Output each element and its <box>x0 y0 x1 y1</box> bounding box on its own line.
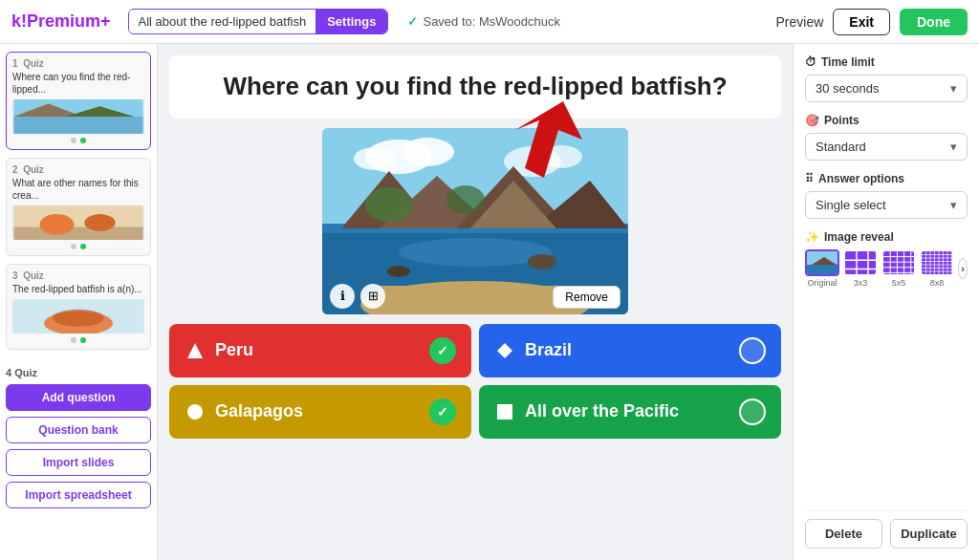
right-panel: ⏱ Time limit 30 seconds ▾ 🎯 Points Stand… <box>793 44 979 560</box>
svg-point-10 <box>53 310 104 327</box>
answer-options-value: Single select <box>816 198 886 212</box>
answer-pacific[interactable]: All over the Pacific <box>479 385 781 439</box>
answer-pacific-label: All over the Pacific <box>525 401 679 421</box>
dot-4 <box>80 244 86 249</box>
preview-button[interactable]: Preview <box>776 14 824 30</box>
done-button[interactable]: Done <box>900 9 968 35</box>
clock-icon: ⏱ <box>805 55 816 69</box>
logo: k!Premium+ <box>11 11 111 32</box>
time-limit-select[interactable]: 30 seconds ▾ <box>805 75 968 102</box>
answer-pacific-left: All over the Pacific <box>494 401 679 422</box>
add-question-button[interactable]: Add question <box>6 384 151 411</box>
add-section-label: 4 Quiz <box>6 367 151 378</box>
answers-grid: Peru ✓ Brazil <box>169 324 781 439</box>
answer-galapagos-label: Galapagos <box>215 401 303 421</box>
peru-check: ✓ <box>429 337 456 364</box>
remove-image-button[interactable]: Remove <box>553 286 620 309</box>
time-limit-value: 30 seconds <box>816 81 880 96</box>
time-limit-label: ⏱ Time limit <box>805 55 968 69</box>
svg-point-30 <box>528 254 556 269</box>
main-layout: 1 Quiz Where can you find the red-lipped… <box>0 44 979 560</box>
answer-options-select[interactable]: Single select ▾ <box>805 191 968 219</box>
delete-button[interactable]: Delete <box>805 519 882 549</box>
reveal-5x5-label: 5x5 <box>892 278 906 288</box>
content-area: Where can you find the red-lipped batfis… <box>158 44 793 560</box>
svg-rect-21 <box>380 286 571 314</box>
points-icon: 🎯 <box>805 114 819 127</box>
settings-button[interactable]: Settings <box>315 10 387 33</box>
answer-options-section: ⠿ Answer options Single select ▾ <box>805 172 968 219</box>
reveal-original[interactable]: Original <box>805 249 839 288</box>
sidebar-item-2[interactable]: 2 Quiz What are other names for this cre… <box>6 158 151 256</box>
reveal-8x8[interactable]: 8x8 <box>920 249 954 288</box>
image-reveal-section: ✨ Image reveal Original <box>805 230 968 288</box>
svg-marker-33 <box>497 343 512 358</box>
duplicate-button[interactable]: Duplicate <box>890 519 968 549</box>
grid-icon: ⠿ <box>805 172 814 185</box>
reveal-8x8-label: 8x8 <box>930 278 945 288</box>
answer-peru[interactable]: Peru ✓ <box>169 324 471 377</box>
svg-point-15 <box>354 147 396 170</box>
title-bar: All about the red-lipped batfish Setting… <box>128 9 389 34</box>
dot-2 <box>80 138 86 143</box>
svg-point-6 <box>40 214 75 235</box>
points-section: 🎯 Points Standard ▾ <box>805 114 968 161</box>
import-spreadsheet-button[interactable]: Import spreadsheet <box>6 482 151 508</box>
dot-3 <box>71 244 76 249</box>
chevron-down-icon-2: ▾ <box>950 140 957 154</box>
exit-button[interactable]: Exit <box>833 9 890 35</box>
square-icon <box>494 401 515 422</box>
image-info-button[interactable]: ℹ <box>330 284 355 309</box>
quiz-item-1-thumb <box>12 99 144 134</box>
sidebar-item-1[interactable]: 1 Quiz Where can you find the red-lipped… <box>6 52 151 150</box>
svg-point-34 <box>187 404 203 420</box>
reveal-original-label: Original <box>807 278 837 288</box>
reveal-5x5[interactable]: 5x5 <box>881 249 916 288</box>
svg-point-7 <box>84 214 115 231</box>
triangle-icon <box>185 340 206 361</box>
quiz-item-1-label: 1 Quiz <box>12 58 144 69</box>
svg-rect-1 <box>14 117 143 134</box>
saved-indicator: ✓ Saved to: MsWoodchuck <box>407 14 560 29</box>
check-icon: ✓ <box>407 14 418 29</box>
answer-galapagos[interactable]: Galapagos ✓ <box>169 385 471 439</box>
checkmark-icon: ✓ <box>437 343 448 358</box>
answer-peru-left: Peru <box>185 340 253 361</box>
question-image: ℹ ⊞ Remove <box>322 128 628 314</box>
import-slides-button[interactable]: Import slides <box>6 449 151 476</box>
sidebar-bottom: 4 Quiz Add question Question bank Import… <box>6 357 151 514</box>
question-bank-button[interactable]: Question bank <box>6 417 151 443</box>
image-reveal-row: Original 3x3 <box>805 249 968 288</box>
answer-peru-label: Peru <box>215 340 253 360</box>
header-right: Preview Exit Done <box>776 9 968 35</box>
sidebar-item-3[interactable]: 3 Quiz The red-lipped batfish is a(n)... <box>6 264 151 350</box>
circle-icon <box>185 401 206 422</box>
svg-point-27 <box>446 185 485 214</box>
quiz-title: All about the red-lipped batfish <box>129 11 316 32</box>
pacific-check <box>739 398 766 425</box>
reveal-3x3-label: 3x3 <box>854 278 868 288</box>
svg-rect-39 <box>845 251 878 276</box>
svg-point-31 <box>387 266 410 277</box>
quiz-item-2-thumb <box>12 205 144 240</box>
points-value: Standard <box>816 140 866 154</box>
image-crop-button[interactable]: ⊞ <box>360 284 385 309</box>
quiz-item-2-dots <box>12 244 144 249</box>
quiz-item-2-label: 2 Quiz <box>12 164 144 175</box>
brazil-check <box>739 337 766 364</box>
diamond-icon <box>494 340 515 361</box>
answer-brazil-label: Brazil <box>525 340 572 360</box>
reveal-thumb-5x5 <box>881 249 916 276</box>
reveal-next-button[interactable]: › <box>958 258 968 279</box>
quiz-item-1-dots <box>12 138 144 143</box>
reveal-3x3[interactable]: 3x3 <box>843 249 878 288</box>
answer-brazil-left: Brazil <box>494 340 572 361</box>
image-container: ℹ ⊞ Remove <box>169 128 781 314</box>
points-select[interactable]: Standard ▾ <box>805 133 968 161</box>
svg-marker-32 <box>187 343 203 358</box>
answer-brazil[interactable]: Brazil <box>479 324 781 377</box>
panel-bottom: Delete Duplicate <box>805 510 968 549</box>
chevron-down-icon: ▾ <box>950 81 957 96</box>
quiz-item-3-title: The red-lipped batfish is a(n)... <box>12 283 144 295</box>
svg-rect-35 <box>497 404 512 420</box>
